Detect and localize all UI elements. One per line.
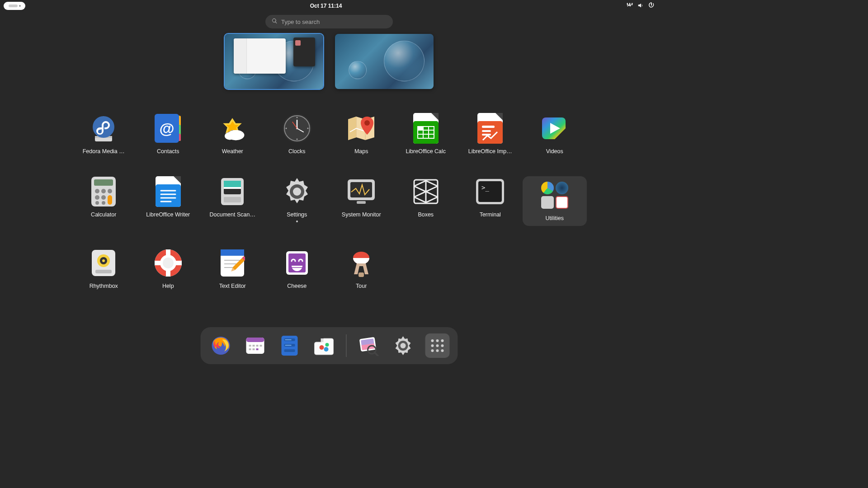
dock-show-apps[interactable]: [425, 333, 450, 358]
app-calculator[interactable]: Calculator: [71, 176, 136, 226]
svg-point-43: [95, 195, 99, 200]
search-icon: [272, 18, 278, 26]
svg-rect-76: [155, 261, 161, 265]
svg-point-108: [320, 345, 324, 350]
svg-rect-47: [108, 195, 112, 205]
svg-point-123: [441, 344, 444, 347]
app-label: LibreOffice Calc: [406, 148, 446, 155]
app-label: Rhythmbox: [90, 283, 118, 289]
dock-separator: [346, 334, 347, 357]
app-terminal[interactable]: >_ Terminal: [458, 176, 523, 226]
calculator-icon: [88, 176, 119, 207]
svg-rect-35: [482, 126, 495, 128]
app-label: Help: [162, 283, 174, 289]
app-videos[interactable]: Videos: [523, 113, 587, 155]
app-fedora-media-writer[interactable]: Fedora Media …: [71, 113, 136, 155]
app-tour[interactable]: Tour: [329, 248, 394, 289]
svg-rect-56: [224, 181, 241, 188]
help-icon: [153, 248, 184, 278]
app-label: Document Scan…: [210, 211, 255, 218]
search-bar[interactable]: [265, 15, 393, 28]
app-label: Fedora Media …: [83, 148, 125, 155]
workspace-thumbnail-1[interactable]: [225, 34, 323, 89]
search-input[interactable]: [281, 19, 387, 25]
app-libreoffice-calc[interactable]: LibreOffice Calc: [394, 113, 458, 155]
svg-rect-49: [156, 184, 181, 207]
app-label: Cheese: [287, 283, 307, 289]
volume-icon[interactable]: [637, 2, 644, 10]
app-system-monitor[interactable]: System Monitor: [329, 176, 394, 226]
svg-rect-90: [359, 272, 364, 277]
svg-rect-103: [285, 339, 292, 340]
app-label: Clocks: [288, 148, 306, 155]
svg-point-23: [307, 128, 308, 129]
svg-rect-39: [94, 179, 113, 186]
svg-rect-96: [256, 345, 259, 347]
app-grid: Fedora Media … @ Contacts Weather: [71, 113, 587, 289]
app-help[interactable]: Help: [136, 248, 201, 289]
app-contacts[interactable]: @ Contacts: [136, 113, 201, 155]
dock-files[interactable]: [278, 333, 302, 358]
svg-rect-95: [253, 345, 255, 347]
app-folder-utilities[interactable]: Utilities: [523, 176, 587, 226]
svg-point-109: [324, 347, 329, 352]
svg-point-118: [431, 339, 434, 342]
app-libreoffice-impress[interactable]: LibreOffice Imp…: [458, 113, 523, 155]
dock-calendar[interactable]: [243, 333, 268, 358]
rhythmbox-icon: [88, 248, 119, 278]
app-libreoffice-writer[interactable]: LibreOffice Writer: [136, 176, 201, 226]
svg-point-46: [102, 201, 105, 205]
dock-image-viewer[interactable]: [357, 333, 381, 358]
app-label: Videos: [546, 148, 563, 155]
svg-point-24: [364, 120, 370, 126]
svg-rect-80: [221, 249, 244, 256]
svg-point-126: [441, 349, 444, 352]
network-icon[interactable]: [627, 2, 633, 10]
dock-firefox[interactable]: [209, 333, 233, 358]
app-rhythmbox[interactable]: Rhythmbox: [71, 248, 136, 289]
app-label: Text Editor: [219, 283, 246, 289]
dock-software[interactable]: [312, 333, 336, 358]
svg-point-21: [296, 139, 297, 140]
system-monitor-icon: [346, 176, 377, 207]
app-weather[interactable]: Weather: [200, 113, 265, 155]
dock-settings[interactable]: [391, 333, 415, 358]
maps-icon: [346, 113, 377, 144]
libreoffice-writer-icon: [153, 176, 184, 207]
svg-rect-34: [477, 121, 503, 144]
app-document-scanner[interactable]: Document Scan…: [200, 176, 265, 226]
svg-rect-99: [253, 348, 255, 350]
svg-point-125: [436, 349, 439, 352]
app-label: Contacts: [157, 148, 179, 155]
app-boxes[interactable]: Boxes: [394, 176, 458, 226]
libreoffice-calc-icon: [410, 113, 441, 144]
app-label: LibreOffice Writer: [146, 211, 190, 218]
cheese-icon: [282, 248, 312, 278]
svg-point-13: [225, 132, 235, 140]
svg-point-42: [108, 189, 112, 193]
app-settings[interactable]: Settings: [265, 176, 330, 226]
clock[interactable]: Oct 17 11:14: [310, 3, 342, 9]
activities-pill[interactable]: [4, 2, 25, 10]
clocks-icon: [282, 113, 312, 144]
app-label: Weather: [222, 148, 243, 155]
svg-point-22: [285, 128, 287, 129]
svg-rect-26: [413, 121, 439, 144]
boxes-icon: [410, 176, 441, 207]
app-clocks[interactable]: Clocks: [265, 113, 330, 155]
app-label: Tour: [356, 283, 367, 289]
app-maps[interactable]: Maps: [329, 113, 394, 155]
app-cheese[interactable]: Cheese: [265, 248, 330, 289]
svg-point-71: [102, 259, 105, 262]
app-text-editor[interactable]: Text Editor: [200, 248, 265, 289]
svg-point-45: [95, 201, 99, 205]
power-icon[interactable]: [648, 2, 655, 10]
utilities-folder-icon: [539, 180, 570, 211]
contacts-icon: @: [153, 113, 184, 144]
app-label: Terminal: [480, 211, 501, 218]
svg-point-122: [436, 344, 439, 347]
tour-icon: [346, 248, 377, 278]
workspace-thumbnail-2[interactable]: [335, 34, 434, 89]
libreoffice-impress-icon: [475, 113, 505, 144]
svg-rect-32: [418, 127, 423, 130]
